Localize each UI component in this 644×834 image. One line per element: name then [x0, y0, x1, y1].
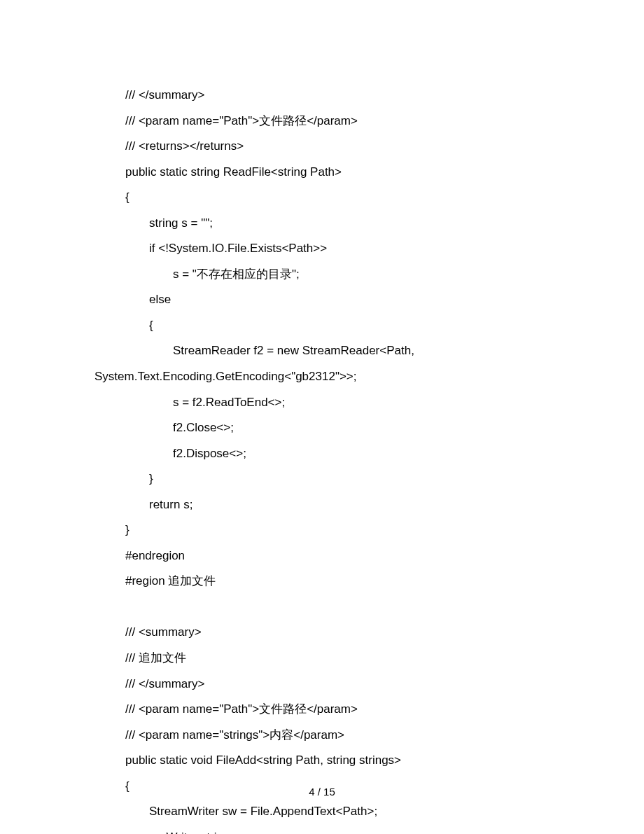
code-line: #region 追加文件	[94, 569, 550, 595]
code-line: }	[94, 517, 550, 543]
code-line: StreamReader f2 = new StreamReader<Path,	[94, 338, 550, 364]
document-page: /// </summary>/// <param name="Path">文件路…	[0, 0, 644, 834]
page-current: 4	[309, 786, 314, 798]
code-line: public static void FileAdd<string Path, …	[94, 748, 550, 774]
code-line: else	[94, 287, 550, 313]
code-line: /// <param name="strings">内容</param>	[94, 723, 550, 749]
code-line: public static string ReadFile<string Pat…	[94, 160, 550, 186]
code-line: if <!System.IO.File.Exists<Path>>	[94, 236, 550, 262]
code-line: /// 追加文件	[94, 646, 550, 672]
page-total: 15	[323, 786, 335, 798]
code-line: string s = "";	[94, 211, 550, 237]
code-line: {	[94, 185, 550, 211]
code-line: s = "不存在相应的目录";	[94, 262, 550, 288]
code-line: {	[94, 313, 550, 339]
page-number: 4 / 15	[0, 786, 644, 798]
code-line: StreamWriter sw = File.AppendText<Path>;	[94, 799, 550, 825]
code-line: /// <returns></returns>	[94, 134, 550, 160]
code-line	[94, 595, 550, 620]
code-line: sw.Write<strings>;	[94, 825, 550, 834]
code-line: return s;	[94, 492, 550, 518]
code-line: f2.Dispose<>;	[94, 441, 550, 467]
code-line: s = f2.ReadToEnd<>;	[94, 390, 550, 416]
code-line: System.Text.Encoding.GetEncoding<"gb2312…	[94, 364, 550, 390]
code-line: /// <summary>	[94, 620, 550, 646]
code-line: /// </summary>	[94, 83, 550, 109]
code-line: f2.Close<>;	[94, 415, 550, 441]
code-block: /// </summary>/// <param name="Path">文件路…	[94, 83, 550, 834]
page-separator: /	[315, 786, 324, 798]
code-line: /// </summary>	[94, 672, 550, 697]
code-line: /// <param name="Path">文件路径</param>	[94, 697, 550, 723]
code-line: #endregion	[94, 543, 550, 569]
code-line: }	[94, 466, 550, 492]
code-line: /// <param name="Path">文件路径</param>	[94, 109, 550, 134]
